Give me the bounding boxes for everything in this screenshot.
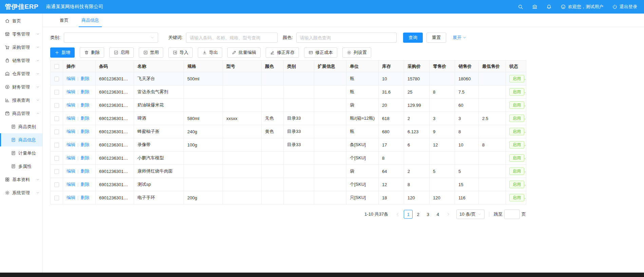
row-checkbox[interactable] bbox=[54, 103, 59, 108]
keyword-input[interactable] bbox=[186, 33, 278, 43]
search-button[interactable]: 查询 bbox=[403, 33, 423, 43]
table-row: 编辑|删除6901236301338啤酒580mlxxsxx无色目录33瓶/(箱… bbox=[51, 112, 526, 125]
bank-icon[interactable] bbox=[532, 4, 537, 9]
toolbar-enable-button[interactable]: 启用 bbox=[109, 47, 134, 58]
cell-min_price bbox=[479, 178, 506, 191]
cell-name: 飞天茅台 bbox=[134, 72, 184, 85]
cell-min_price: 2.5 bbox=[479, 112, 506, 125]
delete-link[interactable]: 删除 bbox=[80, 116, 89, 121]
cell-ext bbox=[314, 85, 346, 99]
sidebar-item-finance[interactable]: 财务管理 bbox=[0, 80, 42, 94]
page-button-1[interactable]: 1 bbox=[404, 210, 413, 219]
search-icon[interactable] bbox=[518, 4, 523, 9]
select-all-checkbox[interactable] bbox=[54, 64, 59, 69]
bell-icon[interactable] bbox=[546, 4, 552, 9]
sidebar-subitem-goods-category[interactable]: 商品类别 bbox=[0, 120, 42, 133]
prev-page-button[interactable] bbox=[393, 210, 402, 219]
tab-home[interactable]: 首页 bbox=[54, 14, 74, 27]
cell-sale_price: 60 bbox=[455, 99, 479, 112]
row-checkbox[interactable] bbox=[54, 77, 59, 81]
sidebar-item-goods[interactable]: 商品管理 bbox=[0, 107, 42, 120]
app-logo: 管伊佳ERP bbox=[0, 2, 43, 11]
cell-ext bbox=[314, 191, 346, 204]
cell-unit: 瓶/(箱=12瓶) bbox=[346, 112, 379, 125]
delete-link[interactable]: 删除 bbox=[80, 195, 89, 200]
toolbar-delete-button[interactable]: 删除 bbox=[80, 47, 104, 58]
toolbar-disable-button[interactable]: 禁用 bbox=[139, 47, 163, 58]
plus-icon bbox=[55, 50, 59, 55]
row-checkbox[interactable] bbox=[54, 182, 59, 187]
row-checkbox[interactable] bbox=[54, 130, 59, 134]
toolbar-export-button[interactable]: 导出 bbox=[198, 47, 222, 58]
edit-link[interactable]: 编辑 bbox=[67, 195, 75, 200]
toolbar-batch-edit-button[interactable]: 批量编辑 bbox=[227, 47, 261, 58]
edit-link[interactable]: 编辑 bbox=[67, 182, 75, 187]
edit-link[interactable]: 编辑 bbox=[67, 142, 75, 147]
warehouse-icon bbox=[5, 71, 10, 76]
row-checkbox[interactable] bbox=[54, 156, 59, 161]
sidebar-item-purchase[interactable]: 采购管理 bbox=[0, 41, 42, 54]
welcome-user[interactable]: 欢迎您，测试用户 bbox=[561, 4, 603, 10]
topbar-actions: 欢迎您，测试用户 退出登录 bbox=[518, 4, 644, 10]
delete-link[interactable]: 删除 bbox=[80, 89, 89, 94]
row-checkbox[interactable] bbox=[54, 90, 59, 95]
cell-purchase_price: 2 bbox=[404, 112, 430, 125]
edit-link[interactable]: 编辑 bbox=[67, 116, 75, 121]
sidebar-subitem-multi-attribute[interactable]: 多属性 bbox=[0, 160, 42, 173]
row-checkbox[interactable] bbox=[54, 169, 59, 174]
page-size-select[interactable]: 10 条/页 bbox=[456, 210, 485, 219]
delete-link[interactable]: 删除 bbox=[80, 169, 89, 174]
edit-link[interactable]: 编辑 bbox=[67, 102, 75, 107]
sidebar-subitem-measure-unit[interactable]: 计量单位 bbox=[0, 146, 42, 160]
chevron-down-icon bbox=[36, 72, 40, 76]
chevron-down-icon bbox=[477, 212, 481, 216]
jump-page-input[interactable] bbox=[504, 210, 520, 219]
toolbar-fix-cost-button[interactable]: 修正成本 bbox=[304, 47, 337, 58]
cell-spec: 240g bbox=[184, 125, 223, 138]
edit-link[interactable]: 编辑 bbox=[67, 89, 75, 94]
sidebar-item-retail[interactable]: 零售管理 bbox=[0, 27, 42, 41]
delete-link[interactable]: 删除 bbox=[80, 182, 89, 187]
page-button-3[interactable]: 3 bbox=[423, 210, 432, 219]
next-page-button[interactable] bbox=[444, 210, 453, 219]
edit-link[interactable]: 编辑 bbox=[67, 155, 75, 160]
delete-link[interactable]: 删除 bbox=[80, 155, 89, 160]
delete-link[interactable]: 删除 bbox=[80, 142, 89, 147]
sidebar-item-basic-data[interactable]: 基本资料 bbox=[0, 173, 42, 186]
row-checkbox-cell bbox=[51, 125, 63, 138]
status-badge: 启用 bbox=[509, 101, 524, 109]
sidebar-subitem-goods-info[interactable]: 商品信息 bbox=[0, 133, 42, 146]
page-button-4[interactable]: 4 bbox=[433, 210, 442, 219]
logout-button[interactable]: 退出登录 bbox=[612, 4, 637, 10]
row-checkbox[interactable] bbox=[54, 143, 59, 147]
delete-link[interactable]: 删除 bbox=[80, 102, 89, 107]
tab-goods-info[interactable]: 商品信息 bbox=[76, 14, 105, 27]
toolbar-import-button[interactable]: 导入 bbox=[168, 47, 193, 58]
row-checkbox[interactable] bbox=[54, 116, 59, 121]
filter-row: 类别: 关键词: 颜色: 查询 重置 展开 bbox=[50, 33, 644, 43]
toolbar-button-label: 修正库存 bbox=[277, 50, 295, 56]
toolbar-add-button[interactable]: 新增 bbox=[50, 47, 75, 58]
reset-button[interactable]: 重置 bbox=[427, 33, 446, 43]
sidebar-item-report[interactable]: 报表查询 bbox=[0, 94, 42, 107]
edit-link[interactable]: 编辑 bbox=[67, 169, 75, 174]
page-button-2[interactable]: 2 bbox=[414, 210, 422, 219]
delete-link[interactable]: 删除 bbox=[80, 76, 89, 81]
cell-stock: 20 bbox=[379, 99, 404, 112]
delete-link[interactable]: 删除 bbox=[80, 129, 89, 134]
sidebar-item-home[interactable]: 首页 bbox=[0, 14, 42, 27]
edit-link[interactable]: 编辑 bbox=[67, 76, 75, 81]
sidebar-item-warehouse[interactable]: 仓库管理 bbox=[0, 67, 42, 80]
toolbar-column-settings-button[interactable]: 列设置 bbox=[342, 47, 371, 58]
row-checkbox[interactable] bbox=[54, 196, 59, 200]
category-select[interactable] bbox=[64, 33, 158, 43]
color-input[interactable] bbox=[296, 33, 397, 43]
sidebar-item-sales[interactable]: 销售管理 bbox=[0, 54, 42, 67]
expand-link[interactable]: 展开 bbox=[453, 35, 467, 41]
cell-min_price bbox=[479, 152, 506, 165]
sidebar-item-system[interactable]: 系统管理 bbox=[0, 186, 42, 199]
status-badge: 启用 bbox=[509, 154, 524, 162]
toolbar-fix-stock-button[interactable]: 修正库存 bbox=[266, 47, 299, 58]
edit-link[interactable]: 编辑 bbox=[67, 129, 75, 134]
cell-sale_price bbox=[455, 152, 479, 165]
